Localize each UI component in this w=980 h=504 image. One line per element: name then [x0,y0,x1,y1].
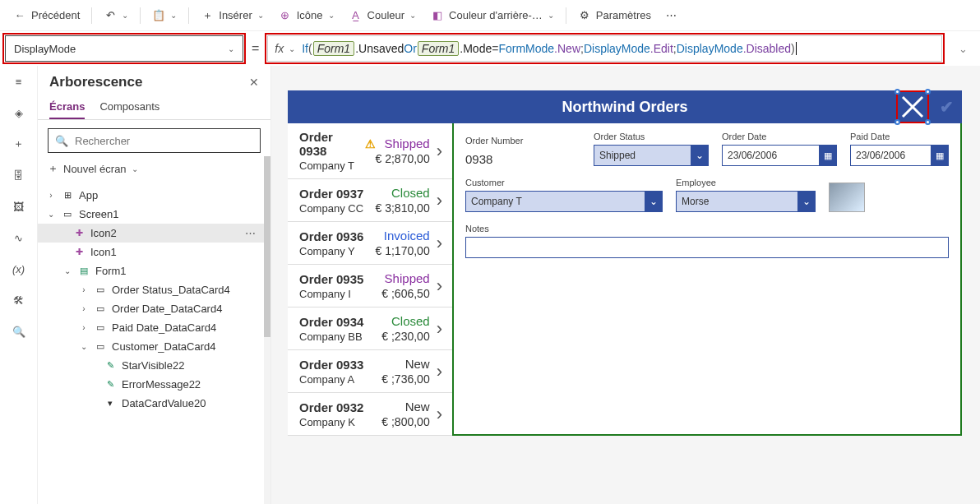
order-item[interactable]: Order 0935Company IShipped€ ;606,50› [288,265,452,307]
tools-icon[interactable]: 🛠 [10,291,28,309]
close-panel-icon[interactable]: ✕ [249,76,259,89]
resize-handle[interactable] [894,119,900,125]
customer-value: Company T [471,196,522,207]
resize-handle[interactable] [925,89,931,95]
field-label: Order Number [465,136,580,146]
chevron-down-icon[interactable]: ⌄ [46,210,56,219]
chevron-down-icon[interactable]: ⌄ [257,11,264,20]
property-name: DisplayMode [14,43,76,55]
tree-item-datacard[interactable]: › ▭ Order Date_DataCard4 [38,299,270,318]
chevron-down-icon[interactable]: ⌄ [289,44,295,53]
separator [188,7,189,24]
undo-icon: ↶ [104,9,117,22]
order-num: Order 0937 [299,187,363,201]
tok-formmode: FormMode [498,42,554,55]
chevron-down-icon[interactable]: ⌄ [122,11,128,20]
chevron-down-icon[interactable]: ⌄ [170,11,177,20]
fx-label: fx [275,42,284,55]
tree-item-datacard[interactable]: › ▭ Order Status_DataCard4 [38,280,270,299]
order-item[interactable]: Order 0938⚠Company TShipped€ 2;870,00› [288,123,452,179]
field-label: Paid Date [850,132,949,141]
tab-screens[interactable]: Écrans [49,94,85,119]
back-button[interactable]: ← Précédent [7,6,86,25]
order-item[interactable]: Order 0934Company BBClosed€ ;230,00› [288,307,452,350]
chevron-down-icon[interactable]: ⌄ [409,11,416,20]
tab-components[interactable]: Composants [99,94,159,119]
plus-icon[interactable]: ＋ [10,135,28,153]
paid-date-picker[interactable]: 23/06/2006▦ [850,145,949,166]
tree-item-dcvalue[interactable]: ▾ DataCardValue20 [38,394,270,413]
tree-item-starvisible[interactable]: ✎ StarVisible22 [38,356,270,375]
chevron-down-icon[interactable]: ⌄ [62,266,72,275]
employee-dropdown[interactable]: Morse⌄ [676,191,816,212]
order-status-dropdown[interactable]: Shipped⌄ [594,145,709,166]
paste-button[interactable]: 📋⌄ [146,6,183,25]
order-item[interactable]: Order 0932Company KNew€ ;800,00› [288,393,452,436]
ellipsis-icon: ⋯ [666,9,677,21]
tree-item-errormsg[interactable]: ✎ ErrorMessage22 [38,375,270,394]
search-icon[interactable]: 🔍 [10,322,28,340]
tree-search-input[interactable] [75,135,253,147]
tree-item-form1[interactable]: ⌄ ▤ Form1 [38,261,270,280]
new-screen-button[interactable]: ＋ Nouvel écran ⌄ [38,158,270,183]
order-price: € 3;810,00 [376,201,430,215]
icon-button[interactable]: ⊕Icône⌄ [272,6,341,25]
undo-button[interactable]: ↶⌄ [97,6,135,25]
tree-item-datacard[interactable]: ⌄ ▭ Customer_DataCard4 [38,337,270,356]
insert-button[interactable]: ＋Insérer⌄ [194,6,270,25]
tree-item-icon2[interactable]: ✚ Icon2 ⋯ [38,224,270,243]
order-item[interactable]: Order 0933Company ANew€ ;736,00› [288,350,452,393]
chevron-down-icon[interactable]: ⌄ [328,11,335,20]
tok-or: Or [404,42,417,55]
command-bar: ← Précédent ↶⌄ 📋⌄ ＋Insérer⌄ ⊕Icône⌄ A̲Co… [0,0,980,31]
datacard-icon: ▭ [94,284,107,296]
check-icon[interactable]: ✔ [940,97,954,117]
selected-close-icon[interactable] [898,92,927,122]
tree-item-app[interactable]: › ⊞ App [38,186,270,205]
tree-label: Icon2 [90,227,117,239]
overflow-button[interactable]: ⋯ [659,6,683,25]
chevron-down-icon[interactable]: ⌄ [548,11,554,20]
field-label: Customer [465,178,663,187]
resize-handle[interactable] [925,119,931,125]
order-num: Order 0934 [299,315,363,329]
chevron-right-icon: › [437,318,442,340]
settings-button[interactable]: ⚙Paramètres [571,6,658,25]
layers-icon[interactable]: ◈ [10,104,28,122]
data-icon[interactable]: 🗄 [10,166,28,184]
property-selector[interactable]: DisplayMode ⌄ [5,35,243,62]
media-icon[interactable]: 🖾 [10,197,28,215]
chevron-right-icon[interactable]: › [46,191,56,200]
order-list: Order 0938⚠Company TShipped€ 2;870,00›Or… [288,123,452,436]
resize-handle[interactable] [894,89,900,95]
order-status: Closed [376,186,430,200]
chevron-down-icon: ⌄ [228,44,234,53]
color-button[interactable]: A̲Couleur⌄ [343,6,423,25]
chevron-down-icon: ⌄ [797,191,816,212]
order-item[interactable]: Order 0936Company YInvoiced€ 1;170,00› [288,222,452,265]
order-item[interactable]: Order 0937Company CCClosed€ 3;810,00› [288,179,452,222]
flow-icon[interactable]: ∿ [10,229,28,247]
tok-paren: ( [308,42,312,55]
bucket-icon: ◧ [431,9,444,22]
tree-scrollbar-thumb[interactable] [264,156,270,337]
chevron-right-icon[interactable]: › [79,285,89,294]
tree-item-screen1[interactable]: ⌄ ▭ Screen1 [38,205,270,224]
tok-if: If [302,42,308,55]
hamburger-icon[interactable]: ≡ [10,72,28,90]
order-date-picker[interactable]: 23/06/2006▦ [722,145,837,166]
formula-expand-button[interactable]: ⌄ [950,43,975,55]
tree-search[interactable]: 🔍 [48,128,261,153]
chevron-down-icon[interactable]: ⌄ [79,342,89,351]
tree-item-icon1[interactable]: ✚ Icon1 [38,243,270,261]
chevron-right-icon[interactable]: › [79,304,89,313]
tree-item-datacard[interactable]: › ▭ Paid Date_DataCard4 [38,318,270,337]
datacard-icon: ▭ [94,303,107,315]
customer-dropdown[interactable]: Company T⌄ [465,191,663,212]
formula-input[interactable]: fx ⌄ If( Form1.Unsaved Or Form1.Mode = F… [267,35,942,62]
variable-icon[interactable]: (x) [10,260,28,278]
chevron-right-icon[interactable]: › [79,323,89,332]
bgcolor-button[interactable]: ◧Couleur d'arrière-…⌄ [424,6,561,25]
ellipsis-icon[interactable]: ⋯ [245,227,264,239]
notes-input[interactable] [465,237,949,258]
